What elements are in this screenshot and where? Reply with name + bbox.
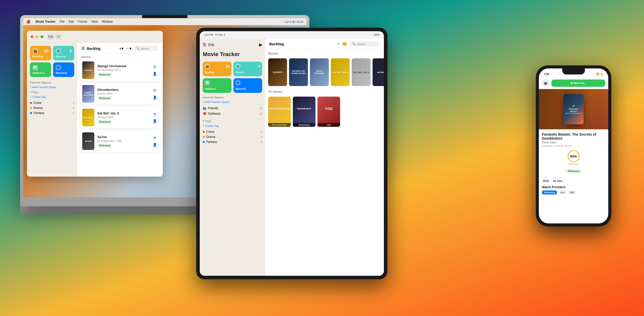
ipad-thumb-morbius[interactable]: MORBIUS <box>373 58 384 86</box>
ipad-friends-item[interactable]: 👥 Friends 11 <box>203 105 262 111</box>
format-menu[interactable]: Format <box>78 20 87 23</box>
ipad-thumb-you[interactable]: YOU YOU <box>317 97 340 127</box>
history-button[interactable]: ⟳ <box>56 34 62 40</box>
ipad-backlog-label: Backlog <box>205 71 215 74</box>
ipad-thumb-killbill1[interactable]: KILL BILL VOL.1 <box>331 58 350 86</box>
ipad-tag-fantasy[interactable]: Fantasy 4 <box>203 139 262 144</box>
movie-poster-img-django: DJANGO <box>82 61 94 79</box>
ipad-sidebar-grid: 🎬 10 Backlog ⊞ 4 Spaces <box>203 62 262 93</box>
backlog-card[interactable]: 🎬 10 Backlog <box>30 46 51 60</box>
ipad-girlfriend-item[interactable]: ❤️ Girlfriend 19 <box>203 111 262 116</box>
iphone-screen: 1:20 📶 🔋 🎬 ⊕ Move t <box>539 68 608 223</box>
edit-button[interactable]: Edit <box>48 34 54 40</box>
window-menu[interactable]: Window <box>102 20 113 23</box>
ipad-statistics-card[interactable]: 📊 Statistics <box>203 78 231 93</box>
iphone-content: 🎬 ⊕ Move to... ✨ <box>539 77 608 223</box>
movies-section-label: Movies <box>77 53 163 59</box>
iphone-move-button[interactable]: ⊕ Move to... <box>551 80 605 87</box>
friends-icon: 👥 <box>203 106 207 110</box>
iphone-movie-title: Fantastic Beasts: The Secrets of Dumbled… <box>542 132 605 140</box>
movie-card-ghostbusters[interactable]: GHOST BUSTERS Ghostbusters 8 June 1984 R… <box>80 83 160 105</box>
app-name-menu[interactable]: Movie Tracker <box>35 20 56 23</box>
watched-card[interactable]: 👁 Watched <box>53 62 74 77</box>
wifi-icon: 📶 <box>596 73 599 75</box>
provider-streaming-button[interactable]: Streaming <box>542 190 557 194</box>
ipad-edit-btn[interactable]: Edit <box>208 43 214 47</box>
ipad-thumb-goodplace[interactable]: THE GOOD PLACE The Good Place <box>268 97 291 127</box>
header-actions: +▾ ⋯▾ 🔍 Search <box>119 46 159 51</box>
iphone-back-button[interactable]: 🎬 <box>542 80 549 87</box>
ipad-tag-drama[interactable]: Drama 5 <box>203 134 262 139</box>
ipad-search-box[interactable]: 🔍 Search <box>350 41 380 47</box>
create-tag-button[interactable]: + Create Tag <box>30 95 74 98</box>
movie-share-btn-se7en[interactable]: 👤 <box>152 142 158 148</box>
tag-drama[interactable]: Drama 5 <box>30 105 74 110</box>
ipad-screen: 1:52 PM Fri Dec 2 ··· 100% ☰ Edit ▶ <box>200 31 384 276</box>
ipad-add-favorite-button[interactable]: + Add Favorite Space <box>203 100 262 103</box>
app-window: Edit ⟳ 🎬 10 Backlog <box>27 31 163 177</box>
movie-actions-se7en: ⊞ 👤 <box>152 135 158 148</box>
tag-fantasy-label: Fantasy <box>33 111 44 115</box>
ipad-thumb-wednesday[interactable]: WEDNESDAY Wednesday <box>293 97 315 127</box>
movie-info-se7en: Se7en 22 September 1995 Released <box>97 135 149 147</box>
ipad-watched-card[interactable]: 👁 Watched <box>233 78 262 93</box>
movie-card-se7en[interactable]: SE7EN Se7en 22 September 1995 Released ⊞… <box>80 130 160 152</box>
movie-share-btn-ghostbusters[interactable]: 👤 <box>152 94 158 100</box>
search-box[interactable]: 🔍 Search <box>134 46 159 51</box>
view-menu[interactable]: View <box>91 20 98 23</box>
movie-info-btn-ghostbusters[interactable]: ⊞ <box>152 87 158 93</box>
tag-drama-label: Drama <box>33 106 43 110</box>
ipad-backlog-card[interactable]: 🎬 10 Backlog <box>203 62 231 76</box>
iphone-runtime-value: 2h 22m <box>553 179 562 182</box>
movie-card-django[interactable]: DJANGO Django Unchained 25 December 2012… <box>80 59 160 81</box>
minimize-button[interactable] <box>35 35 38 38</box>
add-button[interactable]: +▾ <box>119 46 124 51</box>
movie-card-killbill[interactable]: KILL BILL Kill Bill: Vol. 2 16 April 200… <box>80 107 160 128</box>
statistics-card[interactable]: 📊 Statistics <box>30 62 51 77</box>
iphone-year-label: Year <box>543 176 549 179</box>
movie-info-btn-killbill[interactable]: ⊞ <box>152 111 158 117</box>
tag-crime-count: 3 <box>73 101 74 104</box>
movie-actions-ghostbusters: ⊞ 👤 <box>152 87 158 100</box>
ipad-thumb-ghostbusters[interactable]: GHOST BUSTERS <box>310 58 329 86</box>
iphone-rating-label: TMDB Rating <box>568 163 580 165</box>
ipad-thumb-django[interactable]: DJANGO <box>268 58 287 86</box>
close-button[interactable] <box>30 35 33 38</box>
movie-poster-img-ghostbusters: GHOST BUSTERS <box>82 85 94 103</box>
movie-share-btn-django[interactable]: 👤 <box>152 71 158 77</box>
file-menu[interactable]: File <box>60 20 64 23</box>
ipad-sidebar-toggle[interactable]: ☰ <box>203 42 206 47</box>
provider-buy-button[interactable]: Buy <box>558 190 567 194</box>
ipad-tag-fantasy-label: Fantasy <box>206 140 217 144</box>
ipad-thumb-dumbledore[interactable]: SECRETS OF DUMBLEDORE <box>289 58 308 86</box>
movie-info-btn-se7en[interactable]: ⊞ <box>152 135 158 141</box>
scene: 🍎 Movie Tracker File Edit Format View Wi… <box>0 0 644 316</box>
movie-title-ghostbusters: Ghostbusters <box>97 88 149 92</box>
add-favorite-space-button[interactable]: + Add Favorite Space <box>30 86 74 89</box>
ipad-emoji-picker-button[interactable]: 😊 <box>342 42 347 46</box>
fullscreen-button[interactable] <box>41 35 44 38</box>
provider-region-button[interactable]: US <box>568 190 576 194</box>
spaces-card[interactable]: ⊞ 4 Spaces <box>53 46 74 60</box>
ipad-create-tag-button[interactable]: + Create Tag <box>203 124 262 127</box>
ipad-play-btn[interactable]: ▶ <box>259 42 262 47</box>
more-options-button[interactable]: ⋯▾ <box>126 46 132 51</box>
iphone-movie-hero: ✨ FANTASTIC BEASTS Secrets of Dumbledore <box>539 89 608 129</box>
ipad-backlog-count: 10 <box>225 64 229 68</box>
ipad-movie-grid: DJANGO SECRETS OF DUMBLEDORE GHOST BUSTE… <box>265 56 384 88</box>
movie-share-btn-killbill[interactable]: 👤 <box>152 118 158 124</box>
movie-title-killbill: Kill Bill: Vol. 2 <box>97 111 149 115</box>
spaces-count: 4 <box>69 49 72 53</box>
edit-menu[interactable]: Edit <box>68 20 74 23</box>
ipad-tag-crime[interactable]: Crime 3 <box>203 129 262 134</box>
iphone-rating-circle: 68% <box>568 150 580 162</box>
tag-crime[interactable]: Crime 3 <box>30 100 74 105</box>
iphone-hero-overlay: ✨ FANTASTIC BEASTS Secrets of Dumbledore <box>539 89 608 129</box>
tag-fantasy[interactable]: Fantasy 4 <box>30 110 74 115</box>
ipad-spaces-card[interactable]: ⊞ 4 Spaces <box>233 62 262 76</box>
ipad-more-dots[interactable]: ··· <box>370 33 372 36</box>
iphone-providers: Streaming Buy US <box>542 190 605 194</box>
movie-info-btn-django[interactable]: ⊞ <box>152 64 158 70</box>
ipad-thumb-killbill2[interactable]: KILL BILL VOL.2 <box>352 58 371 86</box>
ipad-add-item-button[interactable]: + <box>337 41 340 47</box>
